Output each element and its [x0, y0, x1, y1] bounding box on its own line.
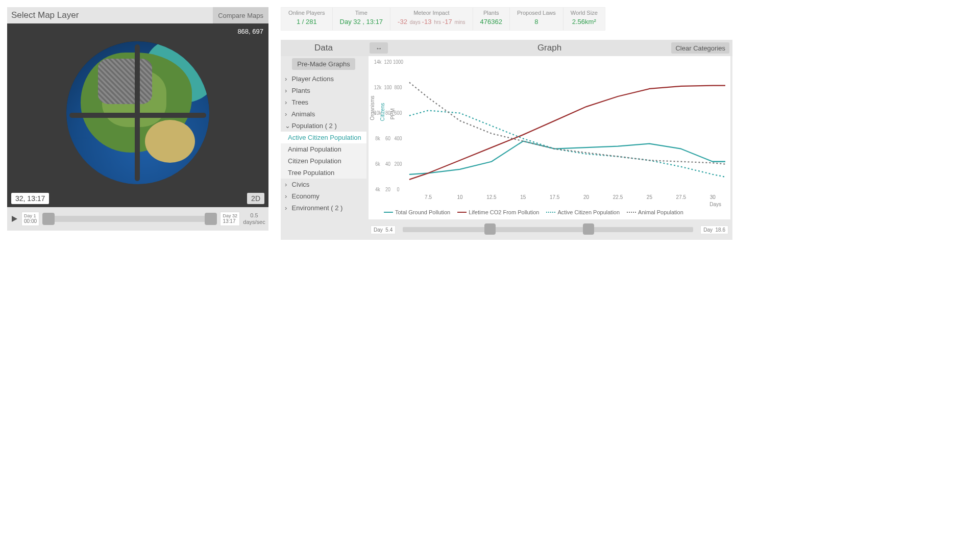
data-column: Data Pre-Made Graphs › Player Actions› P…: [281, 40, 366, 240]
tree-item-population[interactable]: ⌄ Population ( 2 ): [281, 120, 366, 132]
y-axis-label-organisms: Organisms: [370, 95, 375, 120]
svg-text:6k: 6k: [375, 161, 380, 167]
chevron-right-icon: ›: [285, 87, 290, 94]
svg-text:22.5: 22.5: [613, 193, 623, 200]
timeline-speed[interactable]: 0.5 days/sec: [240, 212, 268, 226]
legend-item[interactable]: Total Ground Pollution: [384, 209, 450, 215]
chevron-right-icon: ›: [285, 192, 290, 200]
tree-subitem-active-citizen-population[interactable]: Active Citizen Population: [281, 132, 366, 143]
svg-text:25: 25: [647, 193, 652, 200]
stat-time[interactable]: TimeDay 32 , 13:17: [333, 8, 391, 30]
svg-text:Days: Days: [709, 201, 721, 207]
y-axis-label-citizens: Citizens: [380, 103, 385, 121]
timeline-end-label: Day 32 13:17: [220, 212, 240, 226]
stat-value: 1 / 281: [288, 18, 325, 26]
graph-timeline: Day 5.4 Day 18.6: [366, 219, 732, 240]
stat-label: Time: [340, 10, 383, 16]
legend-label: Lifetime CO2 From Pollution: [469, 209, 539, 215]
chevron-right-icon: ›: [285, 98, 290, 106]
stat-online-players[interactable]: Online Players1 / 281: [281, 8, 333, 30]
tree-item-label: Economy: [290, 192, 320, 200]
compare-maps-button[interactable]: Compare Maps: [213, 7, 268, 23]
svg-text:10: 10: [457, 193, 462, 200]
play-button[interactable]: [7, 207, 21, 231]
graph-start-day: Day 5.4: [371, 226, 396, 234]
timeline-end-handle[interactable]: [205, 213, 217, 225]
stat-meteor-impact[interactable]: Meteor Impact-32 days -13 hrs -17 mins: [390, 8, 473, 30]
stat-plants[interactable]: Plants476362: [473, 8, 510, 30]
tree-item-civics[interactable]: › Civics: [281, 179, 366, 190]
data-header: Data: [281, 40, 366, 56]
tree-item-label: Plants: [290, 87, 310, 94]
stat-label: Plants: [480, 10, 502, 16]
stat-value: 2.56km²: [571, 18, 598, 26]
chart-svg: 4k6k8k10k12k14k2040608010012002004006008…: [369, 56, 730, 207]
stat-value: Day 32 , 13:17: [340, 18, 383, 26]
svg-text:20: 20: [385, 187, 390, 193]
map-viewport[interactable]: 868, 697 32, 13:17 2D: [7, 23, 268, 207]
legend-label: Total Ground Pollution: [395, 209, 450, 215]
stat-label: World Size: [571, 10, 598, 16]
stat-world-size[interactable]: World Size2.56km²: [564, 8, 605, 30]
svg-text:17.5: 17.5: [550, 193, 559, 200]
svg-text:400: 400: [394, 136, 402, 142]
map-layer-title[interactable]: Select Map Layer: [7, 10, 79, 20]
legend-label: Animal Population: [638, 209, 683, 215]
timeline-start-label: Day 1 00:00: [21, 212, 39, 226]
tree-item-label: Player Actions: [290, 75, 334, 83]
tree-item-trees[interactable]: › Trees: [281, 96, 366, 108]
svg-text:30: 30: [710, 193, 716, 200]
tree-item-label: Trees: [290, 98, 308, 106]
tree-item-animals[interactable]: › Animals: [281, 108, 366, 120]
tree-item-economy[interactable]: › Economy: [281, 190, 366, 202]
svg-text:60: 60: [385, 136, 390, 142]
tree-item-plants[interactable]: › Plants: [281, 85, 366, 96]
graph-start-handle[interactable]: [484, 223, 496, 235]
svg-text:15: 15: [520, 193, 526, 200]
graph-column: ↔ Graph Clear Categories 4k6k8k10k12k14k…: [366, 40, 732, 240]
svg-text:8k: 8k: [375, 136, 380, 142]
chart-area[interactable]: 4k6k8k10k12k14k2040608010012002004006008…: [369, 56, 730, 207]
stat-value: -32 days -13 hrs -17 mins: [398, 18, 465, 26]
stats-bar: Online Players1 / 281TimeDay 32 , 13:17M…: [281, 7, 605, 31]
graph-end-handle[interactable]: [583, 223, 594, 235]
tree-subitem-animal-population[interactable]: Animal Population: [281, 143, 366, 155]
tree-subitem-citizen-population[interactable]: Citizen Population: [281, 155, 366, 167]
chevron-right-icon: ›: [285, 75, 290, 83]
stat-value: 476362: [480, 18, 502, 26]
chevron-right-icon: ›: [285, 110, 290, 118]
premade-graphs-button[interactable]: Pre-Made Graphs: [292, 58, 355, 70]
graph-track[interactable]: [403, 227, 693, 232]
svg-text:120: 120: [384, 59, 391, 65]
svg-text:200: 200: [394, 161, 402, 167]
legend-swatch: [627, 212, 636, 213]
tree-item-label: Environment ( 2 ): [290, 204, 342, 212]
stat-value: 8: [517, 18, 556, 26]
svg-text:800: 800: [394, 84, 402, 90]
stat-label: Online Players: [288, 10, 325, 16]
map-2d-toggle[interactable]: 2D: [247, 193, 264, 204]
map-header: Select Map Layer Compare Maps: [7, 7, 268, 23]
svg-text:20: 20: [583, 193, 589, 200]
stat-label: Meteor Impact: [398, 10, 465, 16]
stat-proposed-laws[interactable]: Proposed Laws8: [510, 8, 564, 30]
svg-text:12k: 12k: [374, 84, 382, 90]
expand-arrow-button[interactable]: ↔: [370, 42, 388, 54]
timeline-track[interactable]: [42, 216, 217, 222]
legend-item[interactable]: Active Citizen Population: [546, 209, 620, 215]
svg-text:7.5: 7.5: [425, 193, 432, 200]
tree-item-label: Civics: [290, 181, 309, 188]
svg-text:40: 40: [385, 161, 390, 167]
globe-render: [66, 41, 209, 184]
timeline-start-handle[interactable]: [42, 213, 55, 225]
legend-item[interactable]: Animal Population: [627, 209, 683, 215]
chart-legend: Total Ground PollutionLifetime CO2 From …: [369, 207, 730, 219]
legend-item[interactable]: Lifetime CO2 From Pollution: [457, 209, 539, 215]
chevron-right-icon: ›: [285, 181, 290, 188]
tree-item-player[interactable]: › Player Actions: [281, 73, 366, 85]
tree-subitem-tree-population[interactable]: Tree Population: [281, 167, 366, 179]
svg-text:4k: 4k: [375, 187, 380, 193]
clear-categories-button[interactable]: Clear Categories: [671, 42, 729, 54]
tree-item-environment[interactable]: › Environment ( 2 ): [281, 202, 366, 214]
map-coordinates: 868, 697: [237, 28, 263, 35]
